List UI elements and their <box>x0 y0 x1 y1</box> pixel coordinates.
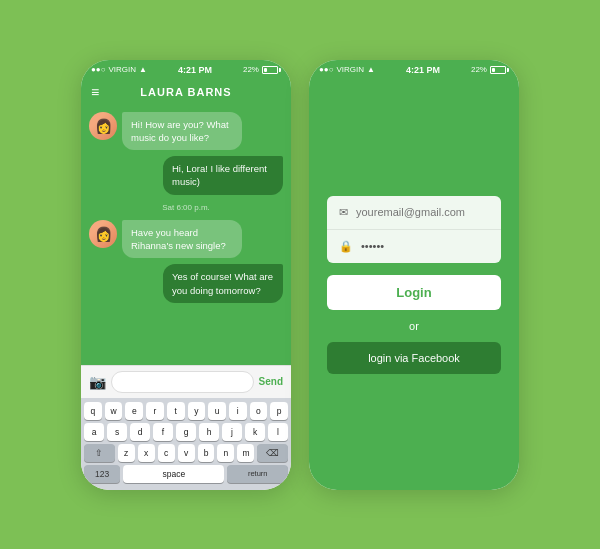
key-k[interactable]: k <box>245 423 265 441</box>
numbers-key[interactable]: 123 <box>84 465 120 483</box>
chat-contact-name: LAURA BARNS <box>140 86 231 98</box>
key-o[interactable]: o <box>250 402 268 420</box>
key-u[interactable]: u <box>208 402 226 420</box>
key-r[interactable]: r <box>146 402 164 420</box>
key-n[interactable]: n <box>217 444 234 462</box>
login-body: ✉ 🔒 Login or login via Facebook <box>309 80 519 490</box>
shift-key[interactable]: ⇧ <box>84 444 115 462</box>
key-w[interactable]: w <box>105 402 123 420</box>
status-bar-chat: ●●○ VIRGIN ▲ 4:21 PM 22% <box>81 60 291 80</box>
key-j[interactable]: j <box>222 423 242 441</box>
key-g[interactable]: g <box>176 423 196 441</box>
key-i[interactable]: i <box>229 402 247 420</box>
key-a[interactable]: a <box>84 423 104 441</box>
key-e[interactable]: e <box>125 402 143 420</box>
message-input[interactable] <box>111 371 254 393</box>
send-button[interactable]: Send <box>259 376 283 387</box>
message-row: Hi, Lora! I like different music) <box>89 156 283 195</box>
chat-bubble: Have you heard Rihanna's new single? <box>122 220 242 259</box>
key-d[interactable]: d <box>130 423 150 441</box>
status-bar-login: ●●○ VIRGIN ▲ 4:21 PM 22% <box>309 60 519 80</box>
message-row: Yes of course! What are you doing tomorr… <box>89 264 283 303</box>
key-s[interactable]: s <box>107 423 127 441</box>
chat-header: ≡ LAURA BARNS <box>81 80 291 104</box>
carrier-name: VIRGIN <box>109 65 137 74</box>
signal-dots: ●●○ <box>319 65 334 74</box>
key-m[interactable]: m <box>237 444 254 462</box>
key-t[interactable]: t <box>167 402 185 420</box>
status-time: 4:21 PM <box>178 65 212 75</box>
status-time: 4:21 PM <box>406 65 440 75</box>
phone-login: ●●○ VIRGIN ▲ 4:21 PM 22% ✉ 🔒 Log <box>309 60 519 490</box>
email-field[interactable] <box>356 206 494 218</box>
battery-status: 22% <box>243 65 281 74</box>
key-l[interactable]: l <box>268 423 288 441</box>
avatar-image: 👩 <box>89 112 117 140</box>
password-input-row: 🔒 <box>327 230 501 263</box>
key-c[interactable]: c <box>158 444 175 462</box>
wifi-icon: ▲ <box>139 65 147 74</box>
battery-icon <box>490 66 509 74</box>
chat-bubble: Yes of course! What are you doing tomorr… <box>163 264 283 303</box>
avatar-image: 👩 <box>89 220 117 248</box>
key-b[interactable]: b <box>198 444 215 462</box>
login-button[interactable]: Login <box>327 275 501 310</box>
menu-icon[interactable]: ≡ <box>91 84 99 100</box>
carrier-signal: ●●○ VIRGIN ▲ <box>91 65 147 74</box>
message-row: 👩 Have you heard Rihanna's new single? <box>89 220 283 259</box>
avatar: 👩 <box>89 220 117 248</box>
return-key[interactable]: return <box>227 465 288 483</box>
message-row: 👩 Hi! How are you? What music do you lik… <box>89 112 283 151</box>
key-h[interactable]: h <box>199 423 219 441</box>
login-form: ✉ 🔒 <box>327 196 501 263</box>
facebook-login-button[interactable]: login via Facebook <box>327 342 501 374</box>
keyboard-row-4: 123 space return <box>84 465 288 483</box>
key-p[interactable]: p <box>270 402 288 420</box>
battery-percent: 22% <box>243 65 259 74</box>
avatar: 👩 <box>89 112 117 140</box>
keyboard: q w e r t y u i o p a s d f g h j k l ⇧ … <box>81 398 291 490</box>
key-x[interactable]: x <box>138 444 155 462</box>
keyboard-row-3: ⇧ z x c v b n m ⌫ <box>84 444 288 462</box>
date-divider: Sat 6:00 p.m. <box>89 203 283 212</box>
space-key[interactable]: space <box>123 465 224 483</box>
or-divider: or <box>327 320 501 332</box>
carrier-name: VIRGIN <box>337 65 365 74</box>
chat-bubble: Hi, Lora! I like different music) <box>163 156 283 195</box>
key-v[interactable]: v <box>178 444 195 462</box>
key-y[interactable]: y <box>188 402 206 420</box>
phone-chat: ●●○ VIRGIN ▲ 4:21 PM 22% ≡ LAURA BARNS 👩… <box>81 60 291 490</box>
key-q[interactable]: q <box>84 402 102 420</box>
chat-bubble: Hi! How are you? What music do you like? <box>122 112 242 151</box>
battery-icon <box>262 66 281 74</box>
lock-icon: 🔒 <box>339 240 353 253</box>
carrier-signal: ●●○ VIRGIN ▲ <box>319 65 375 74</box>
backspace-key[interactable]: ⌫ <box>257 444 288 462</box>
camera-icon[interactable]: 📷 <box>89 374 106 390</box>
battery-percent: 22% <box>471 65 487 74</box>
input-bar: 📷 Send <box>81 365 291 398</box>
chat-messages: 👩 Hi! How are you? What music do you lik… <box>81 104 291 365</box>
key-z[interactable]: z <box>118 444 135 462</box>
email-input-row: ✉ <box>327 196 501 230</box>
battery-status: 22% <box>471 65 509 74</box>
wifi-icon: ▲ <box>367 65 375 74</box>
keyboard-row-1: q w e r t y u i o p <box>84 402 288 420</box>
keyboard-row-2: a s d f g h j k l <box>84 423 288 441</box>
password-field[interactable] <box>361 240 499 252</box>
signal-dots: ●●○ <box>91 65 106 74</box>
key-f[interactable]: f <box>153 423 173 441</box>
email-icon: ✉ <box>339 206 348 219</box>
